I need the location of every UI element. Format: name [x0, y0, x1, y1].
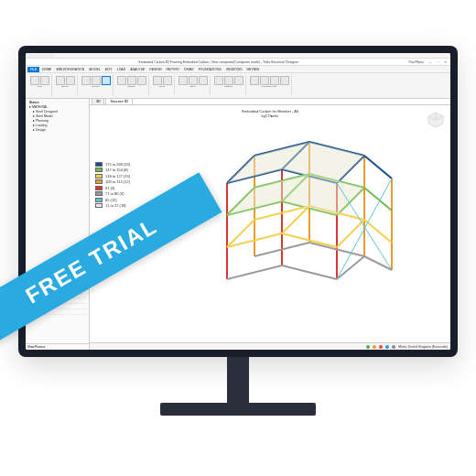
ribbon-site-work[interactable] — [224, 76, 233, 85]
ribbon-group-label: Design — [128, 85, 135, 88]
svg-line-30 — [364, 220, 392, 243]
ribbon-autotrack-design[interactable] — [117, 76, 126, 85]
main-body: Status ▸ MATERIAL▸ Steel Designed▸ Steel… — [26, 99, 450, 350]
monitor-frame: Embodied Carbon 3D Framing Embodied Carb… — [18, 46, 458, 357]
ribbon-manage-properties[interactable] — [234, 76, 243, 85]
user-label: Paul Flynn — [408, 60, 424, 64]
ribbon-group-label: Properties Sets — [261, 85, 276, 88]
ribbon-group-label: Settings — [224, 85, 233, 88]
monitor-stand-neck — [227, 357, 249, 407]
orientation-cube-icon[interactable] — [427, 111, 445, 129]
qat-redo-icon[interactable] — [38, 54, 43, 58]
ribbon-diaphragm-load[interactable] — [127, 76, 136, 85]
ribbon-sub-structures[interactable] — [199, 76, 208, 85]
structure-model — [209, 128, 410, 293]
ribbon-status[interactable] — [81, 76, 91, 85]
menu-bar: FILE HOMEBIM INTEGRATIONMODELEDITLOADANA… — [26, 66, 450, 73]
svg-line-29 — [337, 220, 364, 247]
legend-label: 77 to 80 (9) — [105, 191, 124, 196]
ribbon-stop-slab[interactable] — [270, 76, 279, 85]
file-tab[interactable]: FILE — [27, 67, 39, 72]
ribbon-group-label: Display — [61, 85, 69, 88]
legend-row: 91 (9) — [95, 186, 130, 190]
menu-review[interactable]: REVIEW — [244, 67, 262, 72]
menu-model[interactable]: MODEL — [87, 67, 103, 72]
ribbon-depth-fade[interactable] — [56, 76, 65, 85]
app-screen: Embodied Carbon 3D Framing Embodied Carb… — [26, 53, 450, 350]
menu-home[interactable]: HOME — [39, 67, 54, 72]
chart-title: Embodied Carbon for Member - All kgCO₂e/… — [242, 109, 298, 118]
legend-label: 118 to 127 (19) — [105, 174, 130, 178]
status-dot-icon — [385, 345, 389, 349]
qat-undo-icon[interactable] — [33, 54, 38, 58]
minimize-icon[interactable]: — — [427, 60, 433, 64]
region-label: Metric United Kingdom (Eurocode) — [398, 345, 448, 349]
menu-report[interactable]: REPORT — [164, 67, 182, 72]
legend-swatch — [95, 174, 103, 178]
legend-label: 65 (12) — [105, 198, 117, 202]
ribbon-concrete-components[interactable] — [214, 76, 223, 85]
ribbon-grid[interactable] — [30, 76, 39, 85]
qat-print-icon[interactable] — [49, 54, 54, 58]
status-dot-icon — [366, 345, 370, 349]
ribbon-move-reaction[interactable] — [280, 76, 289, 85]
ribbon-group-label: Tools — [190, 85, 196, 88]
ribbon-model-filters[interactable] — [260, 76, 269, 85]
ribbon-floored-area[interactable] — [189, 76, 198, 85]
menu-draw[interactable]: DRAW — [182, 67, 197, 72]
legend-swatch — [95, 203, 103, 208]
status-dot-icon — [379, 345, 383, 349]
ribbon-group-label: View — [37, 85, 41, 88]
tree-node[interactable]: ▸ Design — [27, 128, 87, 133]
legend-row: 175 to 260 (10) — [95, 162, 130, 167]
legend-row: 118 to 127 (19) — [95, 174, 130, 178]
ribbon-group-label: Review — [92, 85, 99, 88]
view-tab-structure[interactable]: Structure 3D — [105, 99, 133, 104]
svg-line-14 — [364, 156, 392, 178]
status-bar: Metric United Kingdom (Eurocode) — [90, 342, 450, 350]
ribbon-bim-status[interactable] — [137, 76, 146, 85]
legend-row: 100 to 115 (12) — [95, 179, 130, 184]
monitor-stand-base — [160, 403, 316, 416]
view-tab-3d[interactable]: 3D — [92, 99, 104, 104]
menu-load[interactable]: LOAD — [114, 67, 128, 72]
close-icon[interactable]: ✕ — [442, 60, 448, 64]
maximize-icon[interactable]: □ — [435, 60, 440, 64]
menu-design[interactable]: DESIGN — [147, 67, 164, 72]
menu-bim-integration[interactable]: BIM INTEGRATION — [54, 67, 87, 72]
legend-row: 77 to 80 (9) — [95, 191, 130, 196]
status-dot-icon — [392, 345, 395, 349]
legend-label: 11 to 22 (18) — [105, 203, 126, 208]
svg-line-32 — [282, 265, 337, 279]
ribbon-manage[interactable] — [250, 76, 259, 85]
qat-save-icon[interactable] — [27, 54, 32, 58]
view-tabs: 3D Structure 3D — [90, 99, 450, 105]
svg-line-31 — [227, 265, 282, 279]
ribbon-filter[interactable] — [163, 76, 172, 85]
legend-label: 147 to 154 (8) — [105, 168, 128, 172]
legend-label: 91 (9) — [105, 186, 114, 190]
legend-swatch — [95, 191, 103, 196]
status-dot-icon — [373, 345, 376, 349]
window-title: Embodied Carbon 3D Framing Embodied Carb… — [28, 60, 408, 64]
ribbon-tabular-data[interactable] — [178, 76, 188, 85]
legend-swatch — [95, 168, 103, 172]
menu-foundations[interactable]: FOUNDATIONS — [196, 67, 223, 72]
ribbon-toolbar: ViewDisplayReviewDesignShowToolsSettings… — [26, 73, 450, 99]
legend-swatch — [95, 179, 103, 184]
menu-windows[interactable]: WINDOWS — [223, 67, 244, 72]
menu-edit[interactable]: EDIT — [103, 67, 114, 72]
ribbon-design[interactable] — [92, 76, 101, 85]
svg-line-22 — [364, 188, 392, 211]
legend-swatch — [95, 198, 103, 202]
legend-swatch — [95, 162, 103, 167]
title-bar: Embodied Carbon 3D Framing Embodied Carb… — [26, 59, 450, 66]
ribbon-embodied-carbon[interactable] — [102, 76, 111, 85]
ribbon-slab[interactable] — [153, 76, 162, 85]
ribbon-depth[interactable] — [40, 76, 49, 85]
qat-open-icon[interactable] — [44, 54, 49, 58]
ribbon-walk[interactable] — [66, 76, 75, 85]
legend-row: 65 (12) — [95, 198, 130, 202]
menu-analyse[interactable]: ANALYSE — [128, 67, 147, 72]
show-process-label[interactable]: Show Process — [26, 343, 89, 350]
